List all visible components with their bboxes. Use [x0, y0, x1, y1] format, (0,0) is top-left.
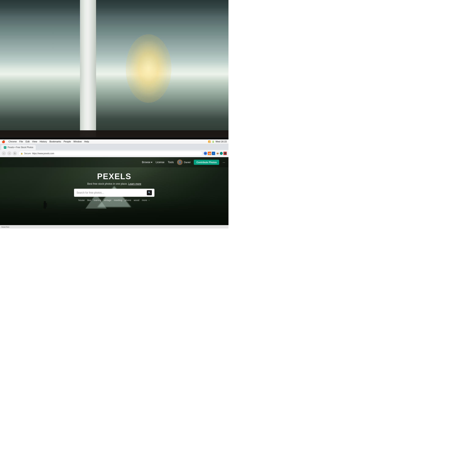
more-tags-link[interactable]: more →: [142, 199, 150, 201]
hero-content: PEXELS Best free stock photos in one pla…: [0, 168, 228, 201]
pexels-website: Browse ▾ License Tools 👤 Daniel Contribu…: [0, 157, 228, 228]
monitor-screen: 🍎 Chrome File Edit View History Bookmark…: [0, 139, 228, 228]
browser-extension-icons: M 📅 ✓ 📦 ⬛: [204, 152, 227, 155]
wifi-icon: 📶: [208, 140, 210, 143]
license-nav-item[interactable]: License: [156, 161, 164, 164]
back-button[interactable]: ‹: [2, 151, 6, 155]
reload-button[interactable]: ↻: [13, 151, 17, 155]
clock: Wed 16:15: [216, 140, 227, 143]
browse-chevron-icon: ▾: [151, 161, 152, 164]
extension-icon-2[interactable]: ⬛: [223, 152, 227, 155]
search-placeholder-text: Search for free photos...: [77, 191, 145, 194]
window-menu[interactable]: Window: [73, 140, 82, 143]
pexels-hero-section: Browse ▾ License Tools 👤 Daniel Contribu…: [0, 157, 228, 228]
user-avatar: 👤: [177, 159, 183, 165]
active-tab[interactable]: P Pexels • Free Stock Photos: [1, 145, 36, 150]
address-bar[interactable]: 🔒 Secure https://www.pexels.com: [18, 151, 203, 156]
pexels-navbar: Browse ▾ License Tools 👤 Daniel Contribu…: [0, 157, 228, 167]
contribute-photos-button[interactable]: Contribute Photos: [194, 160, 219, 165]
tag-blur[interactable]: blur: [87, 199, 91, 201]
gmail-icon[interactable]: M: [204, 152, 207, 155]
browser-status-bar: Searches: [0, 225, 228, 228]
tag-meeting[interactable]: meeting: [114, 199, 122, 201]
file-menu[interactable]: File: [19, 140, 23, 143]
tag-wood[interactable]: wood: [134, 199, 139, 201]
tagline-text: Best free stock photos in one place.: [87, 182, 128, 185]
tools-nav-item[interactable]: Tools: [168, 161, 174, 164]
search-tags: house blur training vintage meeting phon…: [78, 199, 150, 201]
chrome-tab-bar: P Pexels • Free Stock Photos: [0, 144, 228, 150]
calendar-icon[interactable]: 📅: [208, 152, 211, 155]
tag-house[interactable]: house: [78, 199, 85, 201]
help-menu[interactable]: Help: [84, 140, 89, 143]
todo-icon[interactable]: ✓: [212, 152, 215, 155]
history-menu[interactable]: History: [40, 140, 47, 143]
learn-more-link[interactable]: Learn more: [128, 182, 141, 185]
dropbox-icon[interactable]: 📦: [216, 152, 219, 155]
pexels-logo: PEXELS: [97, 172, 131, 181]
more-options-button[interactable]: ···: [222, 161, 225, 164]
search-button[interactable]: 🔍: [147, 190, 152, 195]
username-label: Daniel: [184, 161, 190, 164]
window-light-glow: [126, 34, 171, 103]
tag-phone[interactable]: phone: [125, 199, 131, 201]
tab-label: Pexels • Free Stock Photos: [8, 146, 33, 149]
bookmarks-menu[interactable]: Bookmarks: [50, 140, 61, 143]
user-nav-item[interactable]: 👤 Daniel: [177, 159, 190, 165]
macos-menubar: 🍎 Chrome File Edit View History Bookmark…: [0, 139, 228, 144]
view-menu[interactable]: View: [32, 140, 37, 143]
office-column: [80, 0, 96, 149]
tag-vintage[interactable]: vintage: [104, 199, 111, 201]
browse-nav-item[interactable]: Browse ▾: [142, 161, 152, 164]
status-text: Searches: [1, 226, 9, 228]
battery-icon: 🔋: [212, 140, 214, 143]
extension-icon-1[interactable]: [220, 152, 223, 155]
url-text: https://www.pexels.com: [32, 152, 54, 155]
chrome-nav-bar: ‹ › ↻ 🔒 Secure https://www.pexels.com M …: [0, 150, 228, 157]
search-bar[interactable]: Search for free photos... 🔍: [74, 189, 154, 197]
secure-icon: 🔒: [20, 152, 23, 154]
apple-menu-icon[interactable]: 🍎: [2, 140, 5, 143]
app-name-menu[interactable]: Chrome: [8, 140, 17, 143]
tab-favicon: P: [4, 146, 6, 149]
people-menu[interactable]: People: [64, 140, 71, 143]
forward-button[interactable]: ›: [7, 151, 11, 155]
search-icon: 🔍: [148, 191, 151, 194]
office-scene: [0, 0, 228, 149]
tag-training[interactable]: training: [94, 199, 101, 201]
pexels-tagline: Best free stock photos in one place. Lea…: [87, 182, 141, 185]
secure-label: Secure: [24, 152, 31, 155]
edit-menu[interactable]: Edit: [26, 140, 30, 143]
person-body: [44, 203, 46, 209]
